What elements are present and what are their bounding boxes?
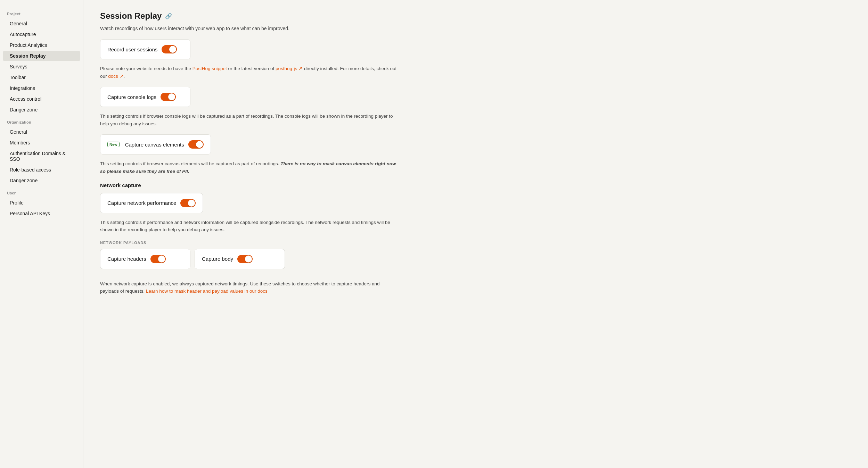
sidebar-item-surveys[interactable]: Surveys xyxy=(3,61,80,72)
capture-body-toggle[interactable] xyxy=(237,255,253,263)
sidebar-item-api-keys[interactable]: Personal API Keys xyxy=(3,208,80,219)
main-content: Session Replay 🔗 Watch recordings of how… xyxy=(83,0,417,468)
sidebar-item-autocapture[interactable]: Autocapture xyxy=(3,29,80,40)
docs-link[interactable]: docs ↗ xyxy=(108,74,123,79)
page-title: Session Replay xyxy=(100,11,162,21)
sidebar-item-role-based-access[interactable]: Role-based access xyxy=(3,165,80,175)
sidebar-item-members[interactable]: Members xyxy=(3,137,80,148)
network-payloads-label: NETWORK PAYLOADS xyxy=(100,241,400,245)
capture-network-toggle[interactable] xyxy=(180,199,196,207)
capture-network-label: Capture network performance xyxy=(107,200,176,206)
network-capture-section: Network capture xyxy=(100,182,400,188)
payloads-desc: When network capture is enabled, we alwa… xyxy=(100,280,399,295)
sidebar-item-session-replay[interactable]: Session Replay xyxy=(3,51,80,61)
sidebar-item-profile[interactable]: Profile xyxy=(3,198,80,208)
sidebar-item-access-control[interactable]: Access control xyxy=(3,94,80,104)
payloads-toggle-row: Capture headers Capture body xyxy=(100,249,400,275)
project-section-label: Project xyxy=(0,7,83,18)
posthog-note: Please note your website needs to have t… xyxy=(100,65,399,80)
page-header: Session Replay 🔗 xyxy=(100,11,400,21)
capture-headers-card: Capture headers xyxy=(100,249,190,269)
record-sessions-toggle[interactable] xyxy=(162,45,177,53)
capture-canvas-toggle[interactable] xyxy=(188,140,204,149)
sidebar: Project GeneralAutocaptureProduct Analyt… xyxy=(0,0,83,468)
sidebar-item-danger-zone-project[interactable]: Danger zone xyxy=(3,105,80,115)
sidebar-item-toolbar[interactable]: Toolbar xyxy=(3,72,80,83)
capture-canvas-label: Capture canvas elements xyxy=(125,142,184,148)
capture-console-toggle[interactable] xyxy=(161,93,176,101)
sidebar-item-org-general[interactable]: General xyxy=(3,127,80,137)
sidebar-item-danger-zone-org[interactable]: Danger zone xyxy=(3,175,80,186)
record-sessions-label: Record user sessions xyxy=(107,47,157,52)
sidebar-item-integrations[interactable]: Integrations xyxy=(3,83,80,93)
new-badge: New xyxy=(107,142,120,147)
capture-body-label: Capture body xyxy=(202,256,233,262)
sidebar-item-general[interactable]: General xyxy=(3,18,80,29)
posthog-snippet-link[interactable]: PostHog snippet xyxy=(193,66,227,71)
canvas-desc: This setting controls if browser canvas … xyxy=(100,160,399,175)
posthog-js-link[interactable]: posthog-js ↗ xyxy=(276,66,303,71)
capture-body-card: Capture body xyxy=(195,249,285,269)
capture-headers-label: Capture headers xyxy=(107,256,146,262)
capture-canvas-card: New Capture canvas elements xyxy=(100,134,211,154)
capture-console-card: Capture console logs xyxy=(100,87,190,107)
user-section-label: User xyxy=(0,186,83,197)
sidebar-item-auth-sso[interactable]: Authentication Domains & SSO xyxy=(3,148,80,164)
sidebar-item-product-analytics[interactable]: Product Analytics xyxy=(3,40,80,50)
payloads-docs-link[interactable]: Learn how to mask header and payload val… xyxy=(146,289,268,294)
capture-headers-toggle[interactable] xyxy=(150,255,166,263)
record-sessions-card: Record user sessions xyxy=(100,39,190,59)
capture-console-label: Capture console logs xyxy=(107,94,156,100)
network-desc: This setting controls if performance and… xyxy=(100,219,399,234)
capture-network-card: Capture network performance xyxy=(100,193,203,213)
page-description: Watch recordings of how users interact w… xyxy=(100,25,400,32)
organization-section-label: Organization xyxy=(0,115,83,126)
link-icon[interactable]: 🔗 xyxy=(165,13,172,19)
console-desc: This setting controls if browser console… xyxy=(100,112,399,127)
